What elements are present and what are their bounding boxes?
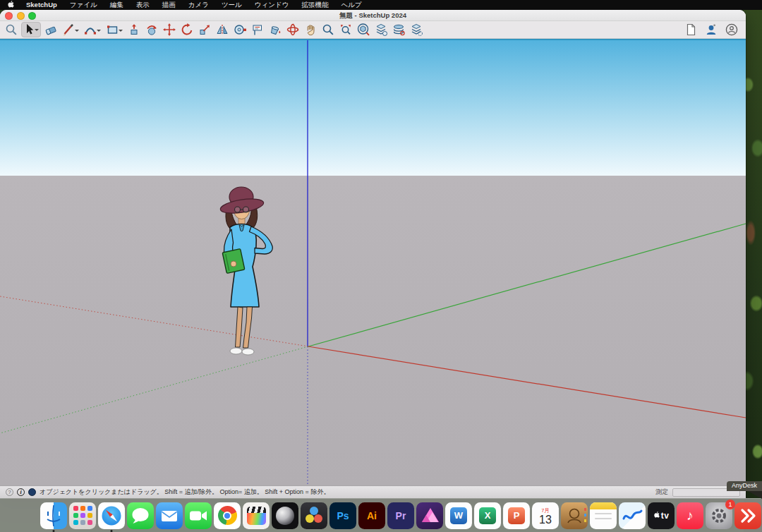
dock-item-photoshop[interactable]: Ps	[329, 502, 356, 529]
menu-camera[interactable]: カメラ	[182, 0, 215, 10]
minimize-button[interactable]	[17, 12, 25, 20]
document-icon	[684, 23, 698, 37]
new-document-button[interactable]	[683, 22, 698, 37]
tool-share-component[interactable]	[373, 22, 389, 37]
menu-help[interactable]: ヘルプ	[334, 0, 368, 10]
tool-rotate[interactable]	[179, 22, 195, 37]
dock-item-mail[interactable]	[156, 502, 183, 529]
clapperboard	[247, 507, 266, 525]
dock-item-compressor[interactable]	[272, 502, 298, 529]
model-viewport[interactable]	[0, 39, 746, 485]
tool-bar	[0, 21, 746, 39]
paint-bucket-icon	[268, 23, 282, 37]
tool-follow-me[interactable]	[144, 22, 159, 37]
premiere-label: Pr	[396, 510, 406, 521]
messages-icon	[127, 502, 154, 529]
dock-item-facetime[interactable]	[185, 502, 212, 529]
tool-styles[interactable]	[391, 22, 406, 37]
tool-search-3d-warehouse[interactable]	[356, 22, 371, 37]
calendar-month: 7月	[541, 507, 550, 514]
facetime-icon	[185, 502, 212, 529]
dock-item-freeform[interactable]	[619, 502, 646, 529]
dock-item-excel[interactable]: X	[474, 502, 501, 529]
compressor-icon	[272, 502, 298, 529]
mail-icon	[156, 502, 183, 529]
geolocation-status-icon[interactable]	[28, 488, 36, 496]
launchpad-grid	[73, 506, 92, 525]
account-button[interactable]	[703, 22, 719, 37]
affinity-triangles	[416, 502, 443, 529]
layers-sync-icon	[409, 23, 423, 37]
word-label: W	[450, 507, 467, 524]
tool-flip[interactable]	[214, 22, 230, 37]
dock-item-word[interactable]: W	[445, 502, 472, 529]
menu-extensions[interactable]: 拡張機能	[295, 0, 334, 10]
dock-item-powerpoint[interactable]: P	[503, 502, 530, 529]
tool-shapes[interactable]	[104, 22, 124, 37]
tool-arc[interactable]	[83, 22, 102, 37]
tool-text[interactable]	[250, 22, 265, 37]
tool-paint-bucket[interactable]	[267, 22, 283, 37]
tool-move[interactable]	[162, 22, 177, 37]
tv-label: tv	[661, 511, 670, 521]
status-bar: ? i オブジェクトをクリックまたはドラッグ。 Shift = 追加/除外。 O…	[0, 485, 746, 498]
sketchup-window: 無題 - SketchUp 2024	[0, 10, 746, 498]
viewport-canvas[interactable]	[0, 39, 746, 485]
apple-menu[interactable]	[0, 1, 20, 9]
tool-push-pull[interactable]	[126, 22, 142, 37]
tool-zoom-extents[interactable]	[338, 22, 353, 37]
info-status-icon[interactable]: i	[17, 488, 25, 496]
dock-item-davinci-resolve[interactable]	[301, 502, 327, 529]
chrome-icon	[214, 502, 241, 529]
dock-item-final-cut-pro[interactable]	[243, 502, 270, 529]
tool-pan[interactable]	[303, 22, 318, 37]
dock-item-anydesk[interactable]	[734, 502, 761, 529]
arc-icon	[83, 23, 97, 37]
tool-tape-measure[interactable]	[232, 22, 248, 37]
menu-tools[interactable]: ツール	[215, 0, 248, 10]
tool-share-model[interactable]	[409, 22, 424, 37]
tool-scale[interactable]	[197, 22, 212, 37]
dock-item-calendar[interactable]: 7月 13	[532, 502, 559, 529]
close-button[interactable]	[5, 12, 13, 20]
desktop-wallpaper	[744, 0, 762, 532]
dock-item-apple-tv[interactable]: tv	[648, 502, 675, 529]
freeform-squiggle	[619, 502, 646, 529]
tool-eraser[interactable]	[43, 22, 59, 37]
dock-item-system-settings[interactable]: 1	[706, 502, 732, 529]
traffic-lights	[5, 12, 36, 20]
dock-item-affinity[interactable]	[416, 502, 443, 529]
toolbar-right-group	[683, 22, 742, 37]
dock-item-music[interactable]: ♪	[677, 502, 703, 529]
tool-zoom[interactable]	[320, 22, 336, 37]
dock-item-messages[interactable]	[127, 502, 154, 529]
dock-item-finder[interactable]	[40, 502, 67, 529]
tool-search[interactable]	[4, 22, 19, 37]
dock-item-chrome[interactable]	[214, 502, 241, 529]
notification-badge: 1	[725, 500, 735, 509]
help-button[interactable]	[724, 22, 739, 37]
help-status-icon[interactable]: ?	[6, 488, 13, 496]
tool-select[interactable]	[21, 22, 41, 37]
menu-edit[interactable]: 編集	[104, 0, 130, 10]
tool-line[interactable]	[61, 22, 80, 37]
menu-view[interactable]: 表示	[130, 0, 156, 10]
apple-logo-icon	[7, 1, 14, 9]
menu-draw[interactable]: 描画	[156, 0, 182, 10]
photoshop-label: Ps	[337, 510, 349, 521]
tool-orbit[interactable]	[285, 22, 301, 37]
menu-sketchup[interactable]: SketchUp	[20, 0, 64, 10]
fullscreen-button[interactable]	[28, 12, 36, 20]
title-bar[interactable]: 無題 - SketchUp 2024	[0, 10, 746, 21]
dock-item-contacts[interactable]	[561, 502, 588, 529]
dock-item-illustrator[interactable]: Ai	[358, 502, 385, 529]
menu-window[interactable]: ウィンドウ	[248, 0, 296, 10]
dock-item-notes[interactable]	[590, 502, 617, 529]
dock-item-safari[interactable]	[98, 502, 125, 529]
safari-compass	[98, 502, 125, 529]
menu-file[interactable]: ファイル	[64, 0, 104, 10]
premiere-pro-icon: Pr	[387, 502, 414, 529]
dock-item-launchpad[interactable]	[69, 502, 96, 529]
dock-item-premiere-pro[interactable]: Pr	[387, 502, 414, 529]
anydesk-overlay-label[interactable]: AnyDesk	[727, 481, 762, 491]
